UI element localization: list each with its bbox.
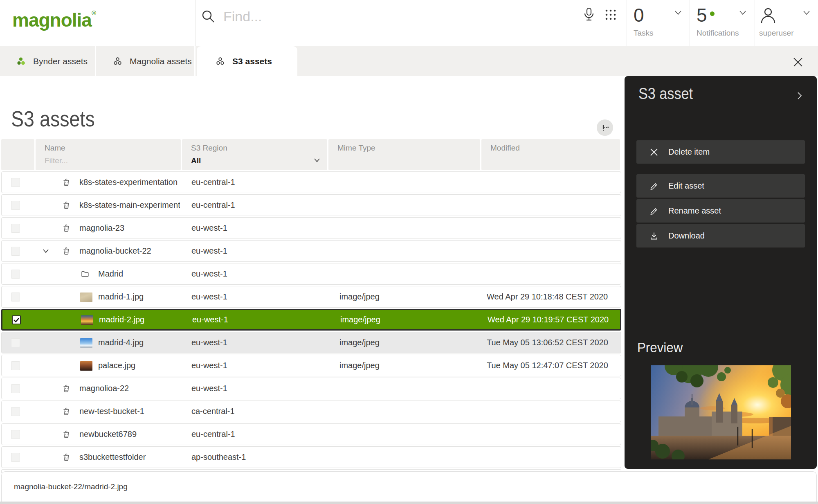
table-row[interactable]: magnolioa-22eu-west-1 xyxy=(1,378,621,399)
bucket-icon xyxy=(62,384,71,393)
asset-name: palace.jpg xyxy=(98,355,180,376)
asset-modified-date: Wed Apr 29 10:19:57 CEST 2020 xyxy=(488,310,622,329)
asset-name: Madrid xyxy=(98,263,180,284)
tab-bynder-assets[interactable]: Bynder assets xyxy=(1,46,96,76)
row-checkbox[interactable] xyxy=(11,361,20,370)
name-filter-input[interactable]: Filter... xyxy=(45,156,68,165)
asset-region: eu-central-1 xyxy=(191,195,326,216)
row-checkbox[interactable] xyxy=(11,407,20,416)
notifications-label[interactable]: Notifications xyxy=(697,29,739,38)
asset-region: eu-west-1 xyxy=(191,286,326,307)
asset-name: k8s-states-experimentation xyxy=(79,172,180,193)
notifications-chevron-down-icon[interactable] xyxy=(739,10,747,17)
panel-title: S3 asset xyxy=(638,85,693,103)
status-bar: magnolia-bucket-22/madrid-2.jpg xyxy=(1,471,817,502)
download-button[interactable]: Download xyxy=(636,224,805,248)
assets-circles-icon xyxy=(114,57,122,65)
user-label[interactable]: superuser xyxy=(759,29,794,38)
row-checkbox[interactable] xyxy=(11,384,20,393)
row-checkbox[interactable] xyxy=(11,247,20,256)
row-checkbox[interactable] xyxy=(11,338,20,347)
folder-icon-slot xyxy=(80,263,90,284)
table-row[interactable]: k8s-states-experimentationeu-central-1 xyxy=(1,171,621,193)
table-row[interactable]: magnolia-bucket-22eu-west-1 xyxy=(1,240,621,262)
asset-region: eu-west-1 xyxy=(191,355,326,376)
preview-image xyxy=(651,365,791,459)
button-label: Download xyxy=(668,224,705,248)
tasks-label[interactable]: Tasks xyxy=(634,29,654,38)
bucket-icon xyxy=(62,201,71,210)
asset-region: ap-southeast-1 xyxy=(191,447,326,468)
asset-name: newbucket6789 xyxy=(79,424,180,445)
close-tab-icon[interactable] xyxy=(793,57,803,69)
panel-collapse-chevron-right-icon[interactable] xyxy=(796,91,803,102)
assets-circles-icon xyxy=(216,57,225,65)
bucket-icon xyxy=(62,178,71,187)
asset-region: eu-west-1 xyxy=(191,378,326,399)
table-row[interactable]: madrid-2.jpgeu-west-1image/jpegWed Apr 2… xyxy=(1,309,621,331)
tab-magnolia-assets[interactable]: Magnolia assets xyxy=(97,46,196,76)
asset-region: eu-central-1 xyxy=(191,424,326,445)
bottom-strip xyxy=(0,502,818,504)
asset-modified-date: Tue May 05 13:06:52 CEST 2020 xyxy=(487,332,622,353)
table-row[interactable]: madrid-4.jpgeu-west-1image/jpegTue May 0… xyxy=(1,332,621,353)
asset-mime-type: image/jpeg xyxy=(339,355,479,376)
rename-asset-button[interactable]: Rename asset xyxy=(636,199,805,223)
microphone-icon[interactable] xyxy=(582,7,596,24)
bucket-icon xyxy=(62,247,71,256)
table-row[interactable]: madrid-1.jpgeu-west-1image/jpegWed Apr 2… xyxy=(1,286,621,308)
column-label: S3 Region xyxy=(191,144,227,153)
delete-item-button[interactable]: Delete item xyxy=(636,140,805,164)
tree-view-toggle-button[interactable] xyxy=(597,119,613,136)
download-icon xyxy=(649,232,658,242)
image-thumbnail xyxy=(80,361,92,371)
tasks-chevron-down-icon[interactable] xyxy=(674,10,682,17)
image-thumbnail xyxy=(80,338,92,348)
expand-collapse-toggle[interactable] xyxy=(41,241,51,261)
region-filter-select[interactable]: All xyxy=(191,156,201,165)
row-checkbox[interactable] xyxy=(11,224,20,233)
row-checkbox[interactable] xyxy=(11,178,20,187)
bucket-icon-slot xyxy=(61,195,71,216)
row-checkbox-checked[interactable] xyxy=(12,315,21,324)
magnolia-logo[interactable]: magnolia® xyxy=(12,9,96,31)
table-row[interactable]: s3buckettestfolderap-southeast-1 xyxy=(1,446,621,468)
bynder-dots-icon xyxy=(17,57,25,65)
header-region-column[interactable]: S3 Region All xyxy=(182,139,327,170)
checkmark-icon xyxy=(13,316,20,324)
bucket-icon-slot xyxy=(61,218,71,239)
table-row[interactable]: k8s-states-main-experimenteu-central-1 xyxy=(1,194,621,216)
row-checkbox[interactable] xyxy=(11,270,20,279)
header-modified-column[interactable]: Modified xyxy=(481,139,620,170)
header-divider xyxy=(627,0,627,46)
header-mime-column[interactable]: Mime Type xyxy=(328,139,480,170)
apps-grid-icon[interactable] xyxy=(605,9,617,22)
asset-region: eu-central-1 xyxy=(191,172,326,193)
table-row[interactable]: new-test-bucket-1ca-central-1 xyxy=(1,400,621,422)
row-checkbox[interactable] xyxy=(11,201,20,210)
table-row[interactable]: palace.jpgeu-west-1image/jpegTue May 05 … xyxy=(1,355,621,376)
bucket-icon xyxy=(62,430,71,439)
column-label: Modified xyxy=(490,144,520,153)
asset-name: new-test-bucket-1 xyxy=(79,401,180,422)
row-checkbox[interactable] xyxy=(11,292,20,302)
bucket-icon xyxy=(62,453,71,462)
header-name-column[interactable]: Name Filter... xyxy=(36,139,181,170)
table-row[interactable]: magnolia-23eu-west-1 xyxy=(1,217,621,239)
column-label: Name xyxy=(45,144,65,153)
user-chevron-down-icon[interactable] xyxy=(802,10,811,17)
search-input[interactable]: Find... xyxy=(223,9,262,25)
table-row[interactable]: Madrideu-west-1 xyxy=(1,263,621,285)
row-checkbox[interactable] xyxy=(11,453,20,462)
table-row[interactable]: newbucket6789eu-central-1 xyxy=(1,423,621,445)
page-title: S3 assets xyxy=(11,106,95,131)
tab-label: Magnolia assets xyxy=(130,56,192,66)
tab-s3-assets[interactable]: S3 assets xyxy=(197,46,297,76)
edit-asset-button[interactable]: Edit asset xyxy=(636,174,805,198)
select-chevron-down-icon[interactable] xyxy=(313,157,321,164)
table-header: Name Filter... S3 Region All Mime Type M… xyxy=(0,139,621,170)
search-icon xyxy=(201,9,216,26)
button-label: Delete item xyxy=(668,140,710,164)
row-checkbox[interactable] xyxy=(11,430,20,439)
folder-icon xyxy=(81,270,90,279)
